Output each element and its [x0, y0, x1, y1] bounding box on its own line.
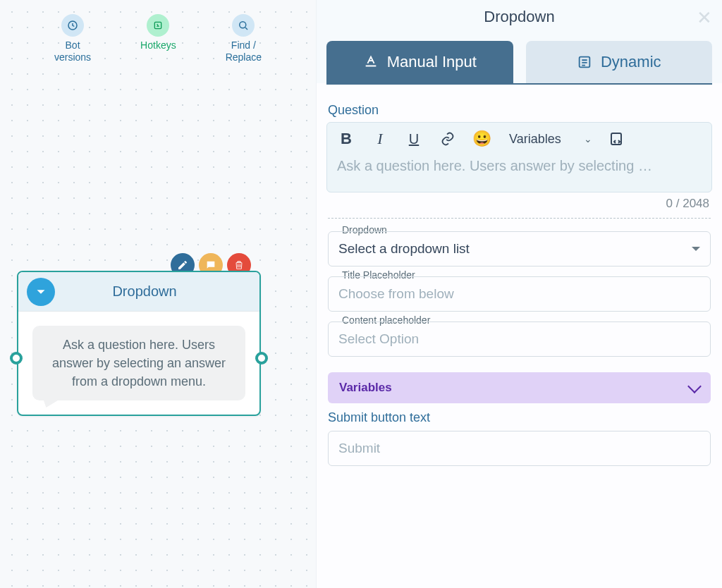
tool-label: Bot versions	[54, 39, 91, 63]
panel-body: Question B I U 😀 Variables ⌄ Ask a quest…	[317, 85, 722, 480]
italic-button[interactable]: I	[371, 130, 389, 148]
char-counter: 0 / 2048	[326, 197, 709, 211]
chevron-down-icon	[687, 379, 702, 393]
content-placeholder-value: Select Option	[338, 331, 419, 347]
question-editor: B I U 😀 Variables ⌄ Ask a question here.…	[326, 122, 712, 192]
title-placeholder-field: Title Placeholder Choose from below	[328, 276, 711, 312]
tool-find-replace[interactable]: Find / Replace	[226, 14, 262, 63]
panel-tabs: Manual Input Dynamic	[317, 34, 722, 83]
emoji-button[interactable]: 😀	[472, 130, 491, 148]
tab-manual-input[interactable]: Manual Input	[326, 41, 513, 83]
tool-bot-versions[interactable]: Bot versions	[54, 14, 91, 63]
bold-button[interactable]: B	[337, 130, 355, 148]
node-message: Ask a question here. Users answer by sel…	[32, 326, 245, 400]
question-label: Question	[328, 103, 712, 118]
dropdown-field: Dropdown Select a dropdown list	[328, 231, 711, 267]
side-panel: Dropdown ✕ Manual Input Dynamic Question…	[316, 0, 722, 588]
tab-label: Manual Input	[387, 53, 477, 71]
divider	[328, 218, 711, 219]
caret-down-icon	[692, 247, 700, 251]
svg-rect-4	[611, 133, 621, 145]
tool-label: Hotkeys	[140, 39, 176, 51]
editor-toolbar: B I U 😀 Variables ⌄	[327, 123, 711, 155]
node-title: Dropdown	[66, 283, 251, 300]
node-group: Dropdown Ask a question here. Users answ…	[17, 271, 261, 416]
dropdown-icon	[27, 278, 55, 306]
node-body: Ask a question here. Users answer by sel…	[18, 312, 259, 415]
canvas[interactable]: Bot versions Hotkeys Find / Replace	[0, 0, 316, 588]
text-icon	[363, 54, 379, 70]
variables-accordion[interactable]: Variables	[328, 372, 711, 403]
canvas-toolbar: Bot versions Hotkeys Find / Replace	[0, 14, 316, 63]
panel-title: Dropdown	[484, 8, 554, 26]
link-button[interactable]	[439, 130, 457, 148]
submit-label: Submit button text	[328, 410, 712, 425]
variables-dropdown[interactable]: Variables ⌄	[509, 132, 592, 147]
accordion-label: Variables	[339, 381, 392, 395]
tool-hotkeys[interactable]: Hotkeys	[140, 14, 176, 63]
content-placeholder-input[interactable]: Select Option	[328, 321, 711, 357]
node-message-text: Ask a question here. Users answer by sel…	[52, 338, 226, 388]
content-placeholder-field: Content placeholder Select Option	[328, 321, 711, 357]
variables-label: Variables	[509, 132, 561, 147]
title-placeholder-input[interactable]: Choose from below	[328, 276, 711, 312]
underline-button[interactable]: U	[405, 130, 423, 148]
port-in[interactable]	[10, 352, 23, 365]
tab-label: Dynamic	[601, 53, 661, 71]
chevron-down-icon: ⌄	[584, 133, 592, 145]
submit-text-input[interactable]: Submit	[328, 431, 711, 466]
svg-point-2	[240, 22, 246, 28]
clock-icon	[61, 14, 84, 37]
tool-label: Find / Replace	[226, 39, 262, 63]
list-icon	[577, 54, 592, 70]
panel-header: Dropdown ✕	[317, 0, 722, 34]
submit-text-value: Submit	[338, 441, 380, 456]
bubble-tail	[39, 398, 62, 408]
port-out[interactable]	[255, 352, 268, 365]
dropdown-select[interactable]: Select a dropdown list	[328, 231, 711, 267]
dropdown-node[interactable]: Dropdown Ask a question here. Users answ…	[17, 271, 261, 416]
dropdown-value: Select a dropdown list	[338, 241, 470, 257]
code-button[interactable]	[608, 130, 626, 148]
keyboard-icon	[147, 14, 169, 37]
node-header: Dropdown	[18, 272, 259, 312]
title-placeholder-value: Choose from below	[338, 286, 454, 302]
search-icon	[232, 14, 255, 37]
question-input[interactable]: Ask a question here. Users answer by sel…	[327, 155, 711, 192]
tab-dynamic[interactable]: Dynamic	[526, 41, 713, 83]
close-icon[interactable]: ✕	[697, 7, 712, 29]
